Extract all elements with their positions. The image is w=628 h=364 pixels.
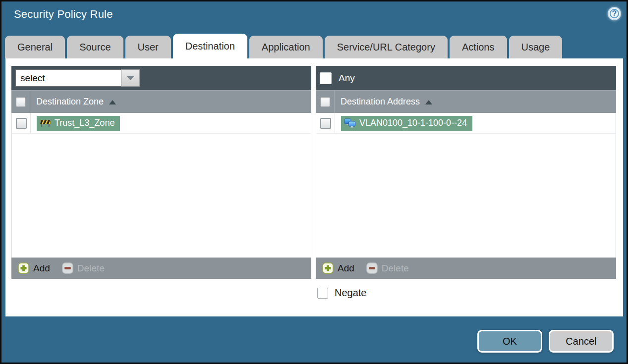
- address-table-header: Destination Address: [316, 90, 616, 113]
- negate-label: Negate: [335, 287, 367, 299]
- address-icon: [344, 118, 356, 128]
- zone-column-header[interactable]: Destination Zone: [36, 97, 104, 107]
- tab-bar: General Source User Destination Applicat…: [5, 34, 562, 58]
- zone-add-label: Add: [33, 263, 50, 274]
- table-row[interactable]: VLAN0100_10-1-100-0--24: [316, 113, 616, 134]
- table-row[interactable]: Trust_L3_Zone: [12, 113, 311, 134]
- zone-table-body: Trust_L3_Zone: [11, 113, 311, 258]
- zone-delete-button[interactable]: Delete: [62, 262, 105, 274]
- security-policy-rule-dialog: Security Policy Rule ? General Source Us…: [0, 0, 628, 364]
- zone-filter-bar: [11, 66, 311, 90]
- address-row-checkbox-cell: [316, 113, 335, 133]
- chevron-down-icon: [126, 76, 134, 80]
- any-label: Any: [339, 73, 355, 84]
- address-footer-bar: Add Delete: [316, 258, 616, 279]
- tab-usage[interactable]: Usage: [509, 36, 563, 58]
- destination-zone-panel: Destination Zone: [11, 66, 311, 279]
- add-icon: [18, 262, 29, 274]
- zone-icon: [40, 119, 51, 127]
- address-delete-button[interactable]: Delete: [366, 262, 409, 274]
- tab-destination[interactable]: Destination: [173, 34, 247, 58]
- address-any-bar: Any: [316, 66, 616, 90]
- zone-row-label: Trust_L3_Zone: [55, 118, 114, 128]
- tab-general[interactable]: General: [5, 36, 65, 58]
- tab-actions[interactable]: Actions: [450, 36, 507, 58]
- address-add-button[interactable]: Add: [322, 262, 354, 274]
- address-header-checkbox-cell: [316, 91, 335, 113]
- destination-address-panel: Any Destination Address: [316, 66, 616, 279]
- cancel-button[interactable]: Cancel: [549, 330, 614, 353]
- negate-option: Negate: [317, 287, 367, 299]
- zone-footer-bar: Add Delete: [11, 258, 311, 279]
- tab-source[interactable]: Source: [67, 36, 123, 58]
- zone-header-checkbox-cell: [11, 91, 30, 113]
- zone-table-header: Destination Zone: [11, 90, 311, 113]
- address-table-body: VLAN0100_10-1-100-0--24: [316, 113, 616, 258]
- sort-ascending-icon: [425, 100, 432, 104]
- tab-user[interactable]: User: [125, 36, 171, 58]
- address-select-all-checkbox[interactable]: [320, 97, 330, 107]
- zone-select-combo: [15, 69, 140, 87]
- zone-chip[interactable]: Trust_L3_Zone: [37, 116, 120, 131]
- zone-select-all-checkbox[interactable]: [16, 97, 26, 107]
- address-column-header[interactable]: Destination Address: [341, 97, 420, 107]
- address-add-label: Add: [338, 263, 354, 274]
- question-mark-icon: ?: [610, 9, 619, 18]
- zone-select-input[interactable]: [15, 69, 121, 87]
- zone-row-checkbox[interactable]: [16, 118, 27, 129]
- address-delete-label: Delete: [382, 263, 409, 274]
- zone-row-checkbox-cell: [12, 113, 31, 133]
- address-row-checkbox[interactable]: [320, 118, 331, 129]
- ok-button[interactable]: OK: [477, 330, 542, 353]
- sort-ascending-icon: [109, 100, 116, 104]
- zone-add-button[interactable]: Add: [18, 262, 50, 274]
- zone-select-dropdown-button[interactable]: [121, 69, 140, 87]
- any-checkbox[interactable]: [320, 72, 332, 84]
- address-chip[interactable]: VLAN0100_10-1-100-0--24: [341, 116, 472, 131]
- add-icon: [322, 262, 334, 274]
- tab-service-url-category[interactable]: Service/URL Category: [325, 36, 448, 58]
- delete-icon: [366, 262, 378, 274]
- negate-checkbox[interactable]: [317, 288, 328, 299]
- address-row-label: VLAN0100_10-1-100-0--24: [359, 118, 467, 128]
- delete-icon: [62, 262, 73, 274]
- tab-application[interactable]: Application: [249, 36, 323, 58]
- help-icon[interactable]: ?: [608, 7, 621, 20]
- dialog-title: Security Policy Rule: [14, 8, 113, 21]
- zone-delete-label: Delete: [77, 263, 105, 274]
